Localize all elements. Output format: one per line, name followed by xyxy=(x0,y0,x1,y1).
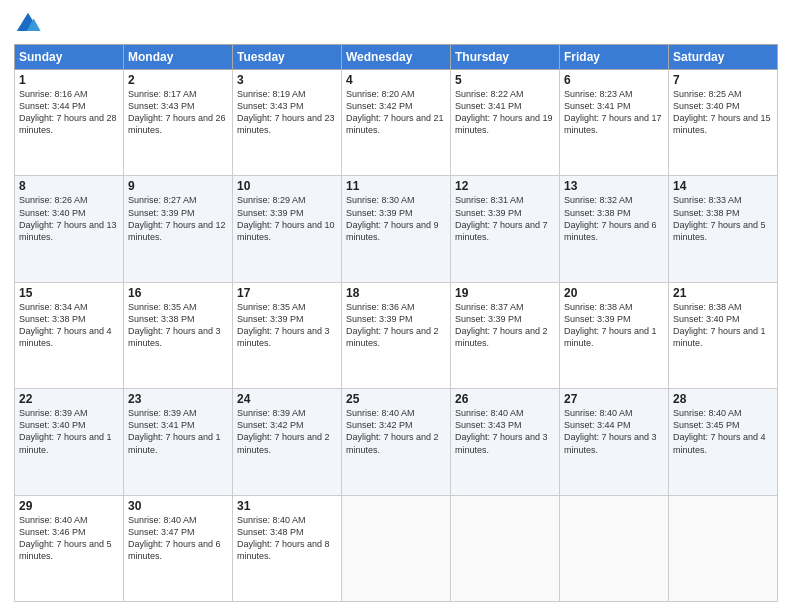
calendar-day-cell: 17Sunrise: 8:35 AM Sunset: 3:39 PM Dayli… xyxy=(233,282,342,388)
day-content: Sunrise: 8:22 AM Sunset: 3:41 PM Dayligh… xyxy=(455,88,555,137)
day-content: Sunrise: 8:30 AM Sunset: 3:39 PM Dayligh… xyxy=(346,194,446,243)
day-content: Sunrise: 8:39 AM Sunset: 3:40 PM Dayligh… xyxy=(19,407,119,456)
day-number: 10 xyxy=(237,179,337,193)
weekday-header-cell: Tuesday xyxy=(233,45,342,70)
calendar-week-row: 1Sunrise: 8:16 AM Sunset: 3:44 PM Daylig… xyxy=(15,70,778,176)
weekday-header-cell: Friday xyxy=(560,45,669,70)
calendar-day-cell: 10Sunrise: 8:29 AM Sunset: 3:39 PM Dayli… xyxy=(233,176,342,282)
day-number: 24 xyxy=(237,392,337,406)
day-number: 3 xyxy=(237,73,337,87)
day-number: 2 xyxy=(128,73,228,87)
calendar-day-cell: 1Sunrise: 8:16 AM Sunset: 3:44 PM Daylig… xyxy=(15,70,124,176)
calendar-day-cell: 2Sunrise: 8:17 AM Sunset: 3:43 PM Daylig… xyxy=(124,70,233,176)
day-number: 16 xyxy=(128,286,228,300)
calendar-day-cell: 24Sunrise: 8:39 AM Sunset: 3:42 PM Dayli… xyxy=(233,389,342,495)
day-number: 22 xyxy=(19,392,119,406)
calendar-day-cell xyxy=(669,495,778,601)
day-number: 8 xyxy=(19,179,119,193)
calendar-week-row: 22Sunrise: 8:39 AM Sunset: 3:40 PM Dayli… xyxy=(15,389,778,495)
day-content: Sunrise: 8:29 AM Sunset: 3:39 PM Dayligh… xyxy=(237,194,337,243)
day-content: Sunrise: 8:36 AM Sunset: 3:39 PM Dayligh… xyxy=(346,301,446,350)
day-number: 4 xyxy=(346,73,446,87)
day-content: Sunrise: 8:35 AM Sunset: 3:39 PM Dayligh… xyxy=(237,301,337,350)
calendar-day-cell: 15Sunrise: 8:34 AM Sunset: 3:38 PM Dayli… xyxy=(15,282,124,388)
day-content: Sunrise: 8:40 AM Sunset: 3:47 PM Dayligh… xyxy=(128,514,228,563)
header xyxy=(14,10,778,38)
day-content: Sunrise: 8:40 AM Sunset: 3:48 PM Dayligh… xyxy=(237,514,337,563)
calendar-day-cell: 31Sunrise: 8:40 AM Sunset: 3:48 PM Dayli… xyxy=(233,495,342,601)
calendar-day-cell: 9Sunrise: 8:27 AM Sunset: 3:39 PM Daylig… xyxy=(124,176,233,282)
weekday-header-cell: Thursday xyxy=(451,45,560,70)
day-content: Sunrise: 8:38 AM Sunset: 3:40 PM Dayligh… xyxy=(673,301,773,350)
calendar-day-cell: 5Sunrise: 8:22 AM Sunset: 3:41 PM Daylig… xyxy=(451,70,560,176)
calendar-body: 1Sunrise: 8:16 AM Sunset: 3:44 PM Daylig… xyxy=(15,70,778,602)
day-number: 29 xyxy=(19,499,119,513)
calendar-day-cell xyxy=(342,495,451,601)
day-number: 7 xyxy=(673,73,773,87)
day-number: 5 xyxy=(455,73,555,87)
day-number: 20 xyxy=(564,286,664,300)
day-content: Sunrise: 8:23 AM Sunset: 3:41 PM Dayligh… xyxy=(564,88,664,137)
day-number: 13 xyxy=(564,179,664,193)
day-content: Sunrise: 8:40 AM Sunset: 3:42 PM Dayligh… xyxy=(346,407,446,456)
day-number: 30 xyxy=(128,499,228,513)
day-number: 31 xyxy=(237,499,337,513)
calendar-day-cell: 13Sunrise: 8:32 AM Sunset: 3:38 PM Dayli… xyxy=(560,176,669,282)
calendar-day-cell: 20Sunrise: 8:38 AM Sunset: 3:39 PM Dayli… xyxy=(560,282,669,388)
day-content: Sunrise: 8:33 AM Sunset: 3:38 PM Dayligh… xyxy=(673,194,773,243)
day-number: 23 xyxy=(128,392,228,406)
day-number: 6 xyxy=(564,73,664,87)
calendar-day-cell xyxy=(451,495,560,601)
calendar-day-cell: 21Sunrise: 8:38 AM Sunset: 3:40 PM Dayli… xyxy=(669,282,778,388)
calendar-day-cell: 14Sunrise: 8:33 AM Sunset: 3:38 PM Dayli… xyxy=(669,176,778,282)
weekday-header-cell: Monday xyxy=(124,45,233,70)
day-content: Sunrise: 8:32 AM Sunset: 3:38 PM Dayligh… xyxy=(564,194,664,243)
calendar-day-cell: 18Sunrise: 8:36 AM Sunset: 3:39 PM Dayli… xyxy=(342,282,451,388)
calendar-day-cell: 27Sunrise: 8:40 AM Sunset: 3:44 PM Dayli… xyxy=(560,389,669,495)
day-content: Sunrise: 8:34 AM Sunset: 3:38 PM Dayligh… xyxy=(19,301,119,350)
calendar-week-row: 29Sunrise: 8:40 AM Sunset: 3:46 PM Dayli… xyxy=(15,495,778,601)
calendar-day-cell: 22Sunrise: 8:39 AM Sunset: 3:40 PM Dayli… xyxy=(15,389,124,495)
day-number: 26 xyxy=(455,392,555,406)
day-number: 27 xyxy=(564,392,664,406)
day-number: 21 xyxy=(673,286,773,300)
calendar-week-row: 15Sunrise: 8:34 AM Sunset: 3:38 PM Dayli… xyxy=(15,282,778,388)
day-content: Sunrise: 8:39 AM Sunset: 3:42 PM Dayligh… xyxy=(237,407,337,456)
calendar-table: SundayMondayTuesdayWednesdayThursdayFrid… xyxy=(14,44,778,602)
calendar-day-cell: 8Sunrise: 8:26 AM Sunset: 3:40 PM Daylig… xyxy=(15,176,124,282)
day-number: 28 xyxy=(673,392,773,406)
day-content: Sunrise: 8:40 AM Sunset: 3:44 PM Dayligh… xyxy=(564,407,664,456)
day-content: Sunrise: 8:26 AM Sunset: 3:40 PM Dayligh… xyxy=(19,194,119,243)
day-content: Sunrise: 8:35 AM Sunset: 3:38 PM Dayligh… xyxy=(128,301,228,350)
page: SundayMondayTuesdayWednesdayThursdayFrid… xyxy=(0,0,792,612)
day-content: Sunrise: 8:19 AM Sunset: 3:43 PM Dayligh… xyxy=(237,88,337,137)
calendar-day-cell: 16Sunrise: 8:35 AM Sunset: 3:38 PM Dayli… xyxy=(124,282,233,388)
weekday-header-cell: Saturday xyxy=(669,45,778,70)
weekday-header-cell: Sunday xyxy=(15,45,124,70)
day-content: Sunrise: 8:38 AM Sunset: 3:39 PM Dayligh… xyxy=(564,301,664,350)
day-number: 14 xyxy=(673,179,773,193)
calendar-day-cell: 6Sunrise: 8:23 AM Sunset: 3:41 PM Daylig… xyxy=(560,70,669,176)
day-content: Sunrise: 8:27 AM Sunset: 3:39 PM Dayligh… xyxy=(128,194,228,243)
calendar-day-cell: 19Sunrise: 8:37 AM Sunset: 3:39 PM Dayli… xyxy=(451,282,560,388)
day-content: Sunrise: 8:37 AM Sunset: 3:39 PM Dayligh… xyxy=(455,301,555,350)
calendar-day-cell: 30Sunrise: 8:40 AM Sunset: 3:47 PM Dayli… xyxy=(124,495,233,601)
calendar-day-cell: 4Sunrise: 8:20 AM Sunset: 3:42 PM Daylig… xyxy=(342,70,451,176)
calendar-day-cell: 26Sunrise: 8:40 AM Sunset: 3:43 PM Dayli… xyxy=(451,389,560,495)
day-number: 12 xyxy=(455,179,555,193)
day-content: Sunrise: 8:25 AM Sunset: 3:40 PM Dayligh… xyxy=(673,88,773,137)
day-number: 25 xyxy=(346,392,446,406)
calendar-week-row: 8Sunrise: 8:26 AM Sunset: 3:40 PM Daylig… xyxy=(15,176,778,282)
calendar-day-cell: 23Sunrise: 8:39 AM Sunset: 3:41 PM Dayli… xyxy=(124,389,233,495)
day-number: 9 xyxy=(128,179,228,193)
logo-icon xyxy=(14,10,42,38)
day-content: Sunrise: 8:16 AM Sunset: 3:44 PM Dayligh… xyxy=(19,88,119,137)
day-content: Sunrise: 8:17 AM Sunset: 3:43 PM Dayligh… xyxy=(128,88,228,137)
day-content: Sunrise: 8:40 AM Sunset: 3:46 PM Dayligh… xyxy=(19,514,119,563)
day-content: Sunrise: 8:40 AM Sunset: 3:45 PM Dayligh… xyxy=(673,407,773,456)
day-number: 15 xyxy=(19,286,119,300)
calendar-day-cell: 12Sunrise: 8:31 AM Sunset: 3:39 PM Dayli… xyxy=(451,176,560,282)
calendar-day-cell: 7Sunrise: 8:25 AM Sunset: 3:40 PM Daylig… xyxy=(669,70,778,176)
calendar-day-cell: 11Sunrise: 8:30 AM Sunset: 3:39 PM Dayli… xyxy=(342,176,451,282)
day-content: Sunrise: 8:39 AM Sunset: 3:41 PM Dayligh… xyxy=(128,407,228,456)
